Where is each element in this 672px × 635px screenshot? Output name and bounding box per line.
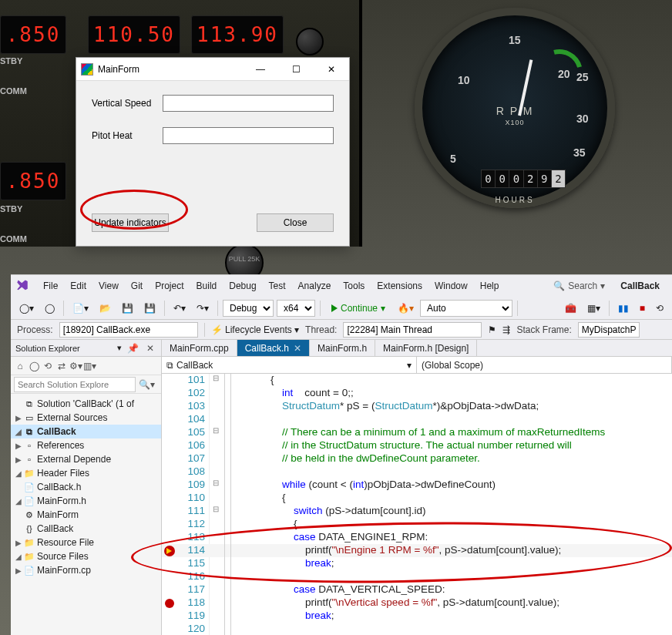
current-line-icon[interactable] bbox=[164, 546, 175, 556]
code-line[interactable]: 103 StructDatum* pS = (StructDatum*)&pOb… bbox=[162, 400, 672, 413]
code-line[interactable]: 106 // in the StructDatum structure. The… bbox=[162, 439, 672, 452]
tree-node[interactable]: ▶▫References bbox=[11, 438, 161, 452]
close-tab-icon[interactable]: ✕ bbox=[294, 343, 301, 354]
tree-node[interactable]: ◢⧉CallBack bbox=[11, 425, 161, 438]
layout-button[interactable]: ▦▾ bbox=[583, 301, 604, 316]
hot-reload-button[interactable]: 🔥▾ bbox=[395, 301, 417, 315]
tree-node[interactable]: {}CallBack bbox=[11, 522, 161, 536]
tree-node[interactable]: ◢📁Header Files bbox=[11, 466, 161, 480]
editor-tabs[interactable]: MainForm.cppCallBack.h✕MainForm.hMainFor… bbox=[162, 340, 672, 357]
menu-view[interactable]: View bbox=[92, 277, 125, 294]
maximize-button[interactable]: ☐ bbox=[278, 58, 314, 81]
close-window-button[interactable]: ✕ bbox=[314, 58, 349, 81]
code-line[interactable]: 116 bbox=[162, 570, 672, 583]
filter-icon[interactable]: ⚙▾ bbox=[69, 360, 82, 372]
menu-window[interactable]: Window bbox=[428, 277, 474, 294]
undo-button[interactable]: ↶▾ bbox=[170, 301, 190, 316]
pin-icon[interactable]: 📌 bbox=[125, 343, 141, 354]
code-line[interactable]: 120 bbox=[162, 623, 672, 635]
solution-search-input[interactable] bbox=[14, 377, 136, 392]
nav-back-button[interactable]: ◯▾ bbox=[15, 301, 38, 316]
code-line[interactable]: 109⊟ while (count < (int)pObjData->dwDef… bbox=[162, 479, 672, 492]
editor-tab[interactable]: MainForm.cpp bbox=[162, 340, 237, 356]
debug-restart-button[interactable]: ⟲ bbox=[652, 301, 667, 316]
pitot-heat-input[interactable] bbox=[163, 127, 334, 144]
menu-git[interactable]: Git bbox=[125, 277, 149, 294]
close-pane-icon[interactable]: ✕ bbox=[144, 343, 156, 354]
code-line[interactable]: 101⊟ { bbox=[162, 374, 672, 387]
tree-node[interactable]: ▶📄MainForm.cp bbox=[11, 563, 161, 577]
debug-stop-button[interactable]: ■ bbox=[636, 301, 649, 316]
toolbox-button[interactable]: 🧰 bbox=[561, 301, 580, 316]
stack-frame-dropdown[interactable] bbox=[578, 322, 640, 338]
code-area[interactable]: 101⊟ {102 int count = 0;;103 StructDatum… bbox=[162, 374, 672, 635]
tree-node[interactable]: ◢📁Source Files bbox=[11, 549, 161, 563]
show-all-icon[interactable]: ▥▾ bbox=[83, 360, 96, 372]
navbar-scope-left[interactable]: ⧉ CallBack ▾ bbox=[162, 357, 417, 373]
code-line[interactable]: 104 bbox=[162, 413, 672, 426]
minimize-button[interactable]: — bbox=[243, 58, 278, 81]
redo-button[interactable]: ↷▾ bbox=[193, 301, 213, 316]
debug-pause-button[interactable]: ▮▮ bbox=[614, 301, 633, 316]
menu-project[interactable]: Project bbox=[149, 277, 190, 294]
editor-tab[interactable]: CallBack.h✕ bbox=[237, 340, 310, 356]
code-line[interactable]: 119 break; bbox=[162, 610, 672, 623]
sync-icon[interactable]: ⟲ bbox=[42, 360, 54, 372]
continue-button[interactable]: Continue ▾ bbox=[325, 301, 391, 315]
solution-explorer-search[interactable]: 🔍▾ bbox=[11, 375, 161, 394]
lifecycle-button[interactable]: ⚡ Lifecycle Events ▾ bbox=[211, 324, 299, 335]
tree-node[interactable]: ▶📁Resource File bbox=[11, 536, 161, 549]
menu-tools[interactable]: Tools bbox=[337, 277, 371, 294]
editor-tab[interactable]: MainForm.h [Design] bbox=[375, 340, 477, 356]
switch-icon[interactable]: ⇄ bbox=[55, 360, 68, 372]
tree-node[interactable]: ◢📄MainForm.h bbox=[11, 494, 161, 508]
auto-dropdown[interactable]: Auto bbox=[420, 300, 512, 317]
tree-node[interactable]: ⚙MainForm bbox=[11, 508, 161, 522]
save-all-button[interactable]: 💾 bbox=[140, 301, 160, 316]
home-icon[interactable]: ⌂ bbox=[14, 360, 26, 372]
menu-build[interactable]: Build bbox=[190, 277, 223, 294]
menu-extensions[interactable]: Extensions bbox=[371, 277, 428, 294]
mainform-window[interactable]: MainForm — ☐ ✕ Vertical Speed Pitot Heat… bbox=[76, 57, 350, 247]
menu-debug[interactable]: Debug bbox=[223, 277, 262, 294]
menu-help[interactable]: Help bbox=[474, 277, 506, 294]
back-icon[interactable]: ◯ bbox=[28, 360, 40, 372]
process-dropdown[interactable] bbox=[59, 322, 198, 338]
vs-search[interactable]: 🔍 Search ▾ bbox=[547, 277, 611, 294]
open-button[interactable]: 📂 bbox=[96, 301, 115, 316]
chevron-down-icon[interactable]: ▾ bbox=[117, 343, 122, 353]
update-indicators-button[interactable]: Update indicators bbox=[92, 213, 169, 232]
tree-node[interactable]: ▶▭External Sources bbox=[11, 411, 161, 425]
code-line[interactable]: 114 printf("\nEngine 1 RPM = %f", pS->da… bbox=[162, 544, 672, 557]
code-line[interactable]: 108 bbox=[162, 465, 672, 479]
tree-node[interactable]: 📄CallBack.h bbox=[11, 480, 161, 494]
code-line[interactable]: 111⊟ switch (pS->datum[count].id) bbox=[162, 505, 672, 518]
code-line[interactable]: 107 // be held in the dwDefineCount para… bbox=[162, 452, 672, 465]
platform-dropdown[interactable]: x64 bbox=[277, 300, 315, 317]
editor-tab[interactable]: MainForm.h bbox=[310, 340, 375, 356]
code-line[interactable]: 112 { bbox=[162, 518, 672, 531]
breakpoint-icon[interactable] bbox=[165, 599, 174, 608]
save-button[interactable]: 💾 bbox=[118, 301, 137, 316]
code-line[interactable]: 117 case DATA_VERTICAL_SPEED: bbox=[162, 583, 672, 596]
code-line[interactable]: 105⊟ // There can be a minimum of 1 and … bbox=[162, 426, 672, 439]
menu-analyze[interactable]: Analyze bbox=[292, 277, 338, 294]
menu-edit[interactable]: Edit bbox=[64, 277, 92, 294]
nav-fwd-button[interactable]: ◯ bbox=[41, 301, 59, 316]
menu-file[interactable]: File bbox=[37, 277, 64, 294]
tree-node[interactable]: ▶▫External Depende bbox=[11, 452, 161, 466]
code-line[interactable]: 110 { bbox=[162, 492, 672, 505]
config-dropdown[interactable]: Debug bbox=[223, 300, 274, 317]
code-line[interactable]: 118 printf("\nVertical speed = %f", pS->… bbox=[162, 596, 672, 610]
search-icon[interactable]: 🔍▾ bbox=[136, 379, 158, 390]
code-line[interactable]: 115 break; bbox=[162, 557, 672, 570]
code-line[interactable]: 102 int count = 0;; bbox=[162, 387, 672, 400]
flag-button[interactable]: ⚑ bbox=[488, 324, 496, 335]
mainform-titlebar[interactable]: MainForm — ☐ ✕ bbox=[76, 58, 349, 81]
tree-node[interactable]: ⧉Solution 'CallBack' (1 of bbox=[11, 397, 161, 411]
menu-test[interactable]: Test bbox=[263, 277, 292, 294]
threads-button[interactable]: ⇶ bbox=[502, 324, 510, 335]
thread-dropdown[interactable] bbox=[343, 322, 482, 338]
new-button[interactable]: 📄▾ bbox=[69, 301, 92, 316]
close-button[interactable]: Close bbox=[257, 213, 334, 232]
